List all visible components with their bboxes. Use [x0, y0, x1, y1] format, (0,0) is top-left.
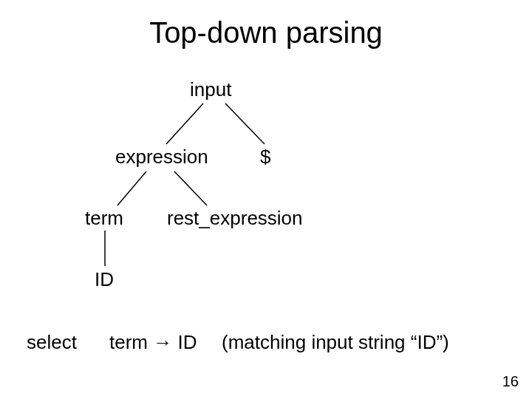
svg-line-3 [174, 171, 207, 205]
tree-node-term: term [85, 207, 123, 230]
caption-rule: term → ID [109, 331, 197, 354]
slide-title: Top-down parsing [0, 16, 532, 50]
svg-line-0 [166, 103, 203, 144]
tree-node-dollar: $ [260, 146, 270, 168]
tree-node-rest-expression: rest_expression [167, 207, 303, 230]
tree-node-id: ID [95, 268, 114, 291]
svg-line-1 [225, 103, 265, 144]
tree-node-input: input [190, 78, 231, 101]
svg-line-2 [117, 171, 146, 205]
caption-label: select [27, 331, 77, 354]
caption-note: (matching input string “ID”) [222, 331, 449, 354]
tree-node-expression: expression [115, 146, 208, 168]
page-number: 16 [502, 373, 519, 390]
